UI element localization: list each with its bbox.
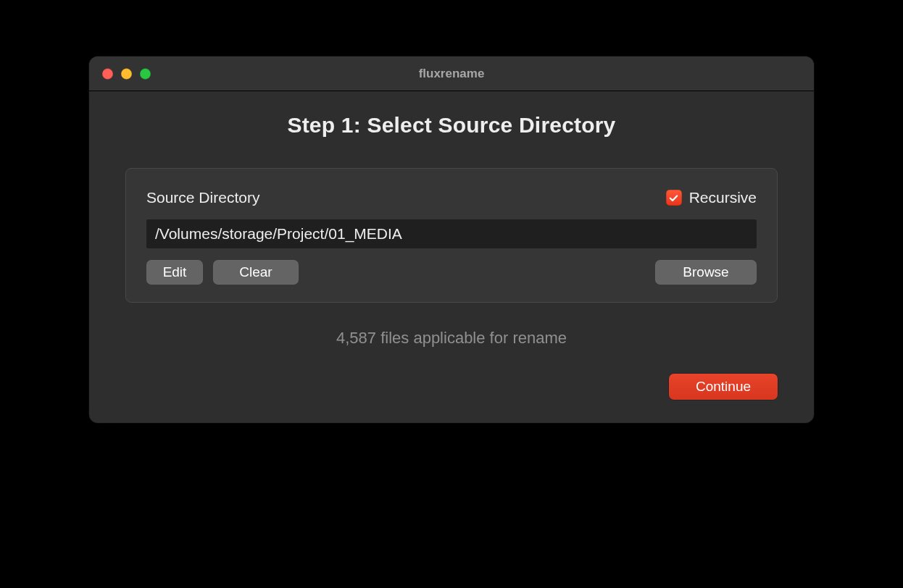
recursive-checkbox[interactable]: [666, 190, 682, 206]
status-text: 4,587 files applicable for rename: [125, 329, 778, 348]
minimize-window-button[interactable]: [121, 68, 132, 79]
edit-button[interactable]: Edit: [146, 260, 203, 285]
close-window-button[interactable]: [102, 68, 113, 79]
window-content: Step 1: Select Source Directory Source D…: [89, 91, 814, 423]
maximize-window-button[interactable]: [140, 68, 151, 79]
window-title: fluxrename: [89, 67, 814, 81]
checkmark-icon: [668, 193, 679, 203]
source-directory-panel: Source Directory Recursive Edit Clear Br…: [125, 168, 778, 303]
panel-button-row: Edit Clear Browse: [146, 260, 757, 285]
footer-row: Continue: [125, 374, 778, 400]
source-directory-label: Source Directory: [146, 189, 259, 206]
source-directory-input[interactable]: [146, 219, 757, 248]
titlebar: fluxrename: [89, 56, 814, 91]
clear-button[interactable]: Clear: [213, 260, 299, 285]
step-heading: Step 1: Select Source Directory: [125, 113, 778, 138]
app-window: fluxrename Step 1: Select Source Directo…: [89, 56, 814, 423]
browse-button[interactable]: Browse: [655, 260, 757, 285]
recursive-option[interactable]: Recursive: [666, 189, 757, 206]
panel-header-row: Source Directory Recursive: [146, 189, 757, 206]
continue-button[interactable]: Continue: [669, 374, 778, 400]
recursive-label: Recursive: [689, 189, 757, 206]
traffic-lights: [102, 68, 151, 79]
